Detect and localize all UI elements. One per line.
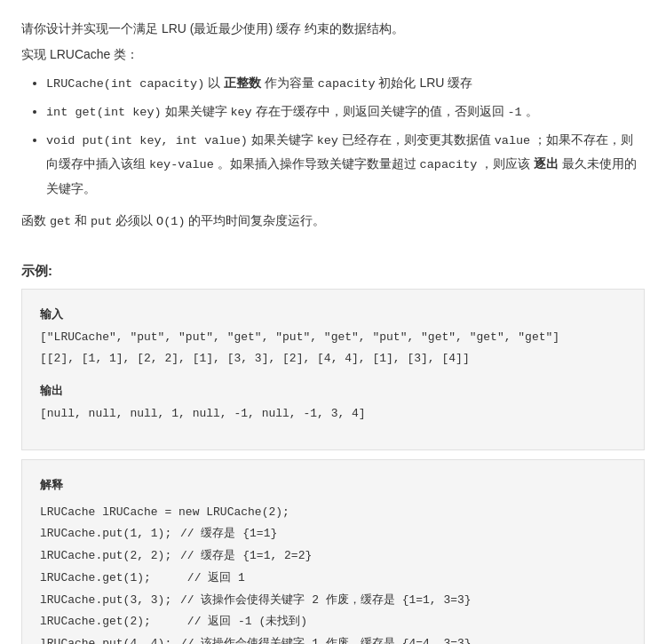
bullet2-text3: 。	[522, 104, 538, 118]
bullet1-bold: 正整数	[224, 76, 261, 90]
complexity-put: put	[91, 215, 112, 228]
bullet3-text4: 。如果插入操作导致关键字数量超过	[214, 156, 420, 171]
exp-code-2: lRUCache.put(2, 2);	[40, 545, 171, 568]
bullet2-text: 如果关键字	[162, 104, 231, 118]
example-section-title: 示例:	[21, 263, 645, 280]
complexity-and: 和	[71, 213, 91, 227]
input-line2: [[2], [1, 1], [2, 2], [1], [3, 3], [2], …	[40, 348, 626, 370]
explanation-line-4: lRUCache.put(3, 3); // 该操作会使得关键字 2 作废，缓存…	[40, 590, 626, 612]
exp-comment-1: // 缓存是 {1=1}	[173, 523, 277, 545]
bullet1-mid: 以	[204, 76, 224, 90]
gap	[21, 450, 645, 459]
complexity-o1: O(1)	[156, 215, 185, 228]
exp-comment-3: // 返回 1	[153, 568, 245, 590]
output-label: 输出	[40, 380, 626, 402]
bullet1-prefix: LRUCache(int capacity)	[46, 77, 204, 91]
input-line1: ["LRUCache", "put", "put", "get", "put",…	[40, 327, 626, 348]
bullet3-text2: 已经存在，则变更其数据值	[338, 132, 495, 147]
exp-code-0: LRUCache lRUCache = new LRUCache(2);	[40, 502, 289, 524]
bullet2-text2: 存在于缓存中，则返回关键字的值，否则返回	[252, 104, 508, 118]
exp-code-4: lRUCache.put(3, 3);	[40, 590, 171, 612]
explanation-line-6: lRUCache.put(4, 4); // 该操作会使得关键字 1 作废，缓存…	[40, 633, 626, 644]
bullet3-value: value	[495, 134, 531, 147]
bullet1-code: capacity	[318, 77, 376, 91]
bullet3-cap: capacity	[420, 158, 478, 171]
complexity-get: get	[50, 215, 71, 228]
explanation-label: 解释	[40, 474, 626, 497]
bullet-list: LRUCache(int capacity) 以 正整数 作为容量 capaci…	[21, 71, 645, 200]
exp-comment-5: // 返回 -1 (未找到)	[153, 611, 307, 633]
explanation-line-0: LRUCache lRUCache = new LRUCache(2);	[40, 502, 626, 524]
explanation-line-2: lRUCache.put(2, 2); // 缓存是 {1=1, 2=2}	[40, 545, 626, 568]
exp-code-3: lRUCache.get(1);	[40, 568, 151, 590]
bullet-item-1: LRUCache(int capacity) 以 正整数 作为容量 capaci…	[46, 71, 645, 96]
complexity-text: 函数 get 和 put 必须以 O(1) 的平均时间复杂度运行。	[21, 210, 645, 233]
exp-code-6: lRUCache.put(4, 4);	[40, 633, 171, 644]
input-section: 输入 ["LRUCache", "put", "put", "get", "pu…	[40, 304, 626, 370]
example-box: 输入 ["LRUCache", "put", "put", "get", "pu…	[21, 289, 645, 450]
bullet1-mid2: 作为容量	[261, 76, 318, 90]
bullet-item-2: int get(int key) 如果关键字 key 存在于缓存中，则返回关键字…	[46, 99, 645, 124]
complexity-suffix: 必须以	[112, 213, 156, 227]
complexity-prefix: 函数	[21, 213, 50, 227]
output-line: [null, null, null, 1, null, -1, null, -1…	[40, 403, 626, 425]
explanation-line-3: lRUCache.get(1); // 返回 1	[40, 568, 626, 590]
complexity-end: 的平均时间复杂度运行。	[185, 213, 325, 227]
class-title: 实现 LRUCache 类：	[21, 44, 645, 66]
exp-comment-2: // 缓存是 {1=1, 2=2}	[173, 545, 312, 568]
bullet2-val: -1	[508, 106, 522, 119]
bullet2-key: key	[230, 106, 251, 119]
bullet2-code: int get(int key)	[46, 106, 162, 119]
intro-text: 请你设计并实现一个满足 LRU (最近最少使用) 缓存 约束的数据结构。	[21, 18, 645, 40]
spacer	[21, 243, 645, 254]
explanation-line-5: lRUCache.get(2); // 返回 -1 (未找到)	[40, 611, 626, 633]
bullet3-code: void put(int key, int value)	[46, 134, 248, 147]
explanation-box: 解释 LRUCache lRUCache = new LRUCache(2);l…	[21, 459, 645, 644]
exp-comment-6: // 该操作会使得关键字 1 作废，缓存是 {4=4, 3=3}	[173, 633, 471, 644]
explanation-lines: LRUCache lRUCache = new LRUCache(2);lRUC…	[40, 502, 626, 644]
bullet3-text5: ，则应该	[477, 156, 534, 171]
input-label: 输入	[40, 304, 626, 325]
problem-description: 请你设计并实现一个满足 LRU (最近最少使用) 缓存 约束的数据结构。 实现 …	[21, 18, 645, 233]
bullet3-bold: 逐出	[534, 156, 559, 171]
bullet1-suffix: 初始化 LRU 缓存	[376, 76, 473, 90]
bullet3-text: 如果关键字	[248, 132, 317, 147]
explanation-line-1: lRUCache.put(1, 1); // 缓存是 {1=1}	[40, 523, 626, 545]
bullet3-kv: key-value	[149, 158, 214, 171]
output-section: 输出 [null, null, null, 1, null, -1, null,…	[40, 380, 626, 425]
exp-comment-4: // 该操作会使得关键字 2 作废，缓存是 {1=1, 3=3}	[173, 590, 471, 612]
exp-code-1: lRUCache.put(1, 1);	[40, 523, 171, 545]
exp-code-5: lRUCache.get(2);	[40, 611, 151, 633]
bullet3-key: key	[317, 134, 338, 147]
bullet-item-3: void put(int key, int value) 如果关键字 key 已…	[46, 128, 645, 201]
